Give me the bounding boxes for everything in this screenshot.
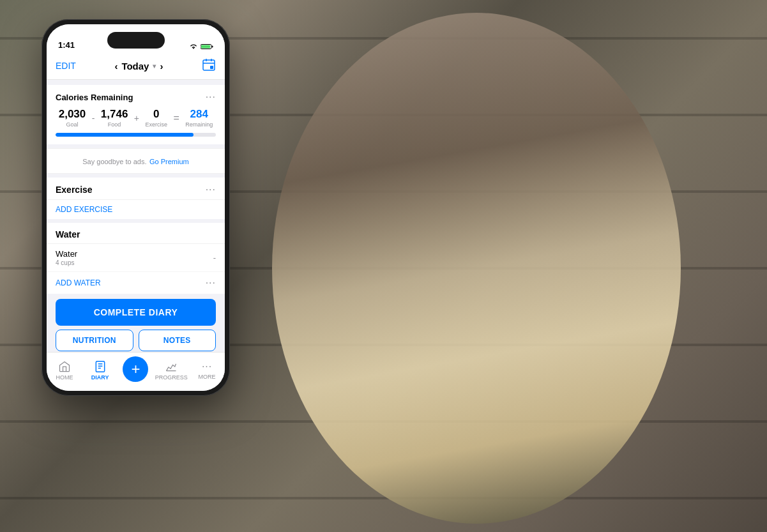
goal-label: Goal	[66, 121, 78, 128]
calendar-icon[interactable]	[202, 57, 216, 74]
water-item-name: Water	[56, 249, 77, 259]
food-label: Food	[108, 121, 121, 128]
notes-button[interactable]: NOTES	[139, 330, 216, 351]
add-button[interactable]: +	[123, 356, 148, 382]
calories-more-button[interactable]: ···	[206, 91, 216, 103]
calories-header: Calories Remaining ···	[56, 91, 216, 103]
remaining-item: 284 Remaining	[185, 108, 213, 128]
svg-rect-4	[210, 66, 213, 69]
water-more-button[interactable]: ···	[206, 277, 216, 289]
calendar-svg	[202, 57, 216, 72]
tab-progress[interactable]: PROGRESS	[153, 360, 189, 381]
date-dropdown-icon: ▾	[153, 63, 156, 70]
ad-banner: Say goodbye to ads. Go Premium	[47, 148, 225, 174]
nav-header: EDIT ‹ Today ▾ ›	[47, 54, 225, 80]
minus-operator: -	[92, 113, 95, 123]
remaining-label: Remaining	[185, 121, 213, 128]
dynamic-island	[107, 32, 165, 49]
tab-add[interactable]: +	[118, 356, 154, 384]
tab-more-label: MORE	[199, 374, 216, 380]
goal-item: 2,030 Goal	[59, 108, 86, 128]
food-item: 1,746 Food	[101, 108, 128, 128]
plus-operator: +	[134, 113, 139, 123]
calories-row: 2,030 Goal - 1,746 Food + 0 Exercise =	[56, 108, 216, 128]
wifi-icon	[189, 43, 198, 50]
date-nav[interactable]: ‹ Today ▾ ›	[114, 61, 163, 72]
battery-icon	[201, 43, 213, 50]
ad-text: Say goodbye to ads.	[82, 158, 146, 165]
action-buttons: NUTRITION NOTES	[47, 330, 225, 352]
next-day-arrow[interactable]: ›	[160, 61, 163, 72]
person-image	[237, 13, 716, 524]
edit-button[interactable]: EDIT	[56, 61, 76, 71]
remaining-value: 284	[190, 108, 208, 121]
exercise-section-title: Exercise	[56, 185, 93, 195]
tab-bar: HOME DIARY + PROGRESS ···	[47, 352, 225, 391]
water-section-title: Water	[56, 229, 80, 239]
goal-value: 2,030	[59, 108, 86, 121]
phone-frame: 1:41 EDIT ‹ Today	[42, 19, 230, 396]
nutrition-button[interactable]: NUTRITION	[56, 330, 133, 351]
tab-home-label: HOME	[56, 374, 73, 381]
water-item-row: Water 4 cups -	[47, 244, 225, 272]
current-date: Today	[121, 61, 149, 72]
status-time: 1:41	[58, 40, 75, 50]
go-premium-link[interactable]: Go Premium	[149, 158, 189, 165]
food-value: 1,746	[101, 108, 128, 121]
scroll-content: Calories Remaining ··· 2,030 Goal - 1,74…	[47, 80, 225, 352]
exercise-label: Exercise	[145, 121, 167, 128]
exercise-more-button[interactable]: ···	[206, 184, 216, 195]
water-section: Water Water 4 cups - ADD WATER ···	[47, 223, 225, 294]
exercise-section-header: Exercise ···	[47, 178, 225, 200]
exercise-value: 0	[153, 108, 159, 121]
exercise-item: 0 Exercise	[145, 108, 167, 128]
status-icons	[189, 43, 213, 50]
exercise-footer: ADD EXERCISE	[47, 200, 225, 219]
water-section-header: Water	[47, 223, 225, 244]
calories-card: Calories Remaining ··· 2,030 Goal - 1,74…	[47, 85, 225, 144]
tab-progress-label: PROGRESS	[155, 374, 188, 381]
equals-operator: =	[173, 112, 179, 124]
phone-screen: 1:41 EDIT ‹ Today	[47, 24, 225, 391]
complete-diary-button[interactable]: COMPLETE DIARY	[56, 299, 216, 326]
svg-rect-5	[96, 361, 104, 372]
tab-diary[interactable]: DIARY	[82, 360, 118, 381]
tab-home[interactable]: HOME	[47, 360, 82, 381]
progress-icon	[165, 360, 178, 373]
exercise-section: Exercise ··· ADD EXERCISE	[47, 178, 225, 219]
more-icon: ···	[202, 361, 212, 372]
tab-more[interactable]: ··· MORE	[189, 361, 225, 380]
diary-icon	[94, 360, 107, 373]
add-exercise-button[interactable]: ADD EXERCISE	[56, 205, 112, 214]
calories-title: Calories Remaining	[56, 93, 133, 102]
progress-fill	[56, 133, 194, 137]
progress-bar	[56, 133, 216, 137]
svg-rect-1	[212, 46, 213, 48]
water-item-value: -	[213, 253, 216, 262]
water-footer: ADD WATER ···	[47, 272, 225, 294]
svg-rect-2	[201, 45, 210, 49]
home-icon	[58, 360, 71, 373]
water-item-info: Water 4 cups	[56, 249, 77, 266]
tab-diary-label: DIARY	[91, 374, 109, 381]
add-water-button[interactable]: ADD WATER	[56, 278, 101, 287]
water-item-sub: 4 cups	[56, 259, 77, 266]
prev-day-arrow[interactable]: ‹	[114, 61, 118, 72]
